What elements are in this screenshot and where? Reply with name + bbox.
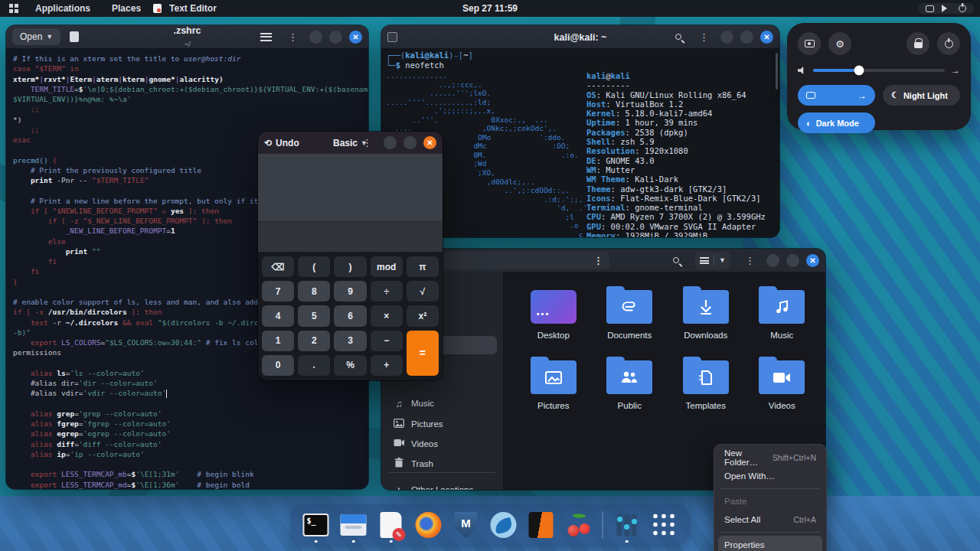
- dark-mode-toggle[interactable]: ◐Dark Mode: [798, 112, 875, 133]
- display-toggle[interactable]: →: [798, 85, 875, 106]
- minimize-button[interactable]: [384, 136, 397, 149]
- calc-key-zero[interactable]: 0: [262, 355, 294, 376]
- calc-key-equals[interactable]: =: [407, 331, 439, 376]
- folder-item-music[interactable]: Music: [745, 284, 820, 354]
- volume-slider[interactable]: [813, 69, 945, 72]
- close-button[interactable]: ✕: [349, 31, 362, 44]
- folder-label: Templates: [686, 401, 726, 410]
- activities-grid-icon[interactable]: [9, 4, 18, 13]
- sidebar-item-pictures[interactable]: Pictures: [387, 415, 497, 433]
- view-toggle-button[interactable]: ▼: [695, 252, 730, 269]
- dock-icon-metasploit[interactable]: M: [451, 507, 482, 543]
- calc-key-seven[interactable]: 7: [262, 281, 294, 302]
- dock-icon-burpsuite[interactable]: [526, 507, 557, 543]
- lock-button[interactable]: [906, 32, 929, 55]
- terminal-scrollbar[interactable]: [776, 53, 778, 90]
- dock-icon-cherrytree[interactable]: [564, 507, 594, 543]
- calc-key-mod[interactable]: mod: [371, 256, 403, 277]
- undo-button[interactable]: ⟲Undo: [264, 138, 299, 148]
- calc-key-divide[interactable]: ÷: [371, 281, 403, 302]
- calc-key-nine[interactable]: 9: [334, 281, 366, 302]
- dock-icon-appgrid[interactable]: [649, 507, 680, 543]
- close-button[interactable]: ✕: [806, 254, 819, 267]
- minimize-button[interactable]: [309, 31, 322, 44]
- maximize-button[interactable]: [740, 31, 753, 44]
- menu-item-open-with[interactable]: Open With…: [718, 467, 822, 485]
- dock-icon-files[interactable]: [338, 507, 369, 543]
- folder-item-downloads[interactable]: Downloads: [668, 284, 743, 354]
- night-light-toggle[interactable]: ☾Night Light: [883, 85, 960, 106]
- maximize-button[interactable]: [329, 31, 342, 44]
- folder-item-public[interactable]: Public: [593, 354, 668, 425]
- calc-key-one[interactable]: 1: [262, 331, 294, 351]
- menu-item-select-all[interactable]: Select AllCtrl+A: [718, 510, 822, 529]
- calc-key-multiply[interactable]: ×: [371, 305, 403, 326]
- calc-key-subtract[interactable]: −: [371, 331, 403, 351]
- volume-expand-icon[interactable]: →: [951, 65, 960, 76]
- calc-key-sqrt[interactable]: √: [407, 281, 439, 302]
- minimize-button[interactable]: [766, 254, 779, 267]
- terminal-titlebar[interactable]: kali@kali: ~ ⋮ ✕: [381, 25, 779, 48]
- menu-applications[interactable]: Applications: [26, 2, 100, 15]
- calc-key-add[interactable]: +: [371, 355, 403, 376]
- code-segment: if [ -z "$_NEW_LINE_BEFORE_PROMPT" ]; th…: [13, 217, 232, 225]
- folder-item-documents[interactable]: Documents: [593, 284, 668, 354]
- dock-icon-tweaks[interactable]: [612, 507, 642, 543]
- sidebar-item-other-locations[interactable]: +Other Locations: [387, 481, 497, 490]
- calc-key-backspace[interactable]: ⌫: [262, 256, 294, 277]
- maximize-button[interactable]: [786, 254, 799, 267]
- menu-text-editor[interactable]: Text Editor: [169, 2, 226, 15]
- kebab-menu-icon[interactable]: ⋮: [283, 31, 302, 43]
- clock[interactable]: Sep 27 11:59: [455, 2, 525, 15]
- calc-key-two[interactable]: 2: [298, 331, 330, 351]
- sidebar-item-music[interactable]: ♫Music: [387, 394, 497, 412]
- calc-key-four[interactable]: 4: [262, 305, 294, 326]
- calc-key-square[interactable]: x²: [407, 305, 439, 326]
- calc-key-paren-open[interactable]: (: [298, 256, 330, 277]
- calculator-display[interactable]: [258, 154, 443, 221]
- calc-key-percent[interactable]: %: [334, 355, 366, 376]
- calc-key-pi[interactable]: π: [407, 256, 439, 277]
- system-tray[interactable]: [918, 3, 974, 14]
- calc-key-three[interactable]: 3: [334, 331, 366, 351]
- calc-key-paren-close[interactable]: ): [334, 256, 366, 277]
- sidebar-item-videos[interactable]: Videos: [387, 435, 497, 453]
- dock-icon-terminal[interactable]: $_: [301, 507, 332, 543]
- minimize-button[interactable]: [720, 31, 733, 44]
- close-button[interactable]: ✕: [760, 31, 773, 44]
- folder-item-templates[interactable]: Templates: [668, 354, 743, 425]
- maximize-button[interactable]: [403, 136, 416, 149]
- menu-places[interactable]: Places: [103, 2, 150, 15]
- mode-selector[interactable]: Basic▼: [333, 138, 368, 148]
- files-titlebar[interactable]: Home ⋮ ▼ ⋮ ✕: [381, 249, 825, 272]
- close-button[interactable]: ✕: [423, 136, 436, 149]
- calc-key-five[interactable]: 5: [298, 305, 330, 326]
- new-document-icon[interactable]: [70, 31, 79, 42]
- sidebar-item-trash[interactable]: Trash: [387, 455, 497, 473]
- power-button[interactable]: [937, 32, 960, 55]
- path-options-icon[interactable]: ⋮: [593, 255, 603, 266]
- calc-key-six[interactable]: 6: [334, 305, 366, 326]
- kebab-menu-icon[interactable]: ⋮: [740, 255, 760, 266]
- text-editor-titlebar[interactable]: Open▼ .zshrc ~/ ⋮ ✕: [6, 25, 368, 48]
- calculator-titlebar[interactable]: ⟲Undo Basic▼ ⋮ ✕: [258, 132, 443, 154]
- search-icon[interactable]: [675, 34, 681, 40]
- hamburger-menu-icon[interactable]: [260, 33, 272, 41]
- dock-icon-firefox[interactable]: [413, 507, 444, 543]
- open-button[interactable]: Open▼: [12, 28, 60, 45]
- volume-thumb[interactable]: [854, 66, 864, 76]
- kebab-menu-icon[interactable]: ⋮: [694, 31, 714, 43]
- search-icon[interactable]: [673, 257, 679, 263]
- calc-key-point[interactable]: .: [298, 355, 330, 376]
- settings-button[interactable]: ⚙: [828, 32, 851, 55]
- menu-item-new-folder[interactable]: New Folder…Shift+Ctrl+N: [718, 448, 822, 467]
- folder-item-pictures[interactable]: Pictures: [516, 354, 591, 425]
- new-tab-icon[interactable]: [387, 32, 397, 42]
- dock-icon-texteditor[interactable]: [376, 507, 407, 543]
- menu-item-properties[interactable]: Properties: [718, 536, 822, 551]
- folder-item-desktop[interactable]: •••Desktop: [516, 284, 591, 354]
- screenshot-button[interactable]: [798, 32, 821, 55]
- dock-icon-wireshark[interactable]: [488, 507, 519, 543]
- folder-item-videos[interactable]: Videos: [745, 354, 820, 425]
- calc-key-eight[interactable]: 8: [298, 281, 330, 302]
